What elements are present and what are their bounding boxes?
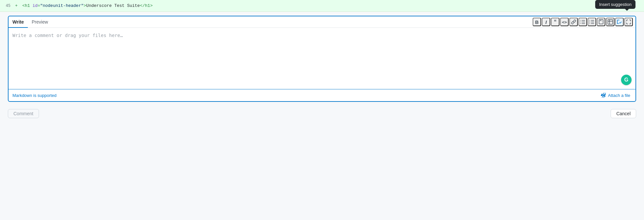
- code-tag-open: <h1 id="nodeunit-header">: [22, 3, 86, 8]
- bold-button[interactable]: B: [533, 18, 541, 26]
- toolbar-section: Insert suggestion B I “ <>: [530, 16, 635, 28]
- comment-editor: Write Preview Insert suggestion B I “ <>: [8, 16, 636, 102]
- textarea-area: G: [9, 28, 635, 89]
- fullscreen-button[interactable]: [624, 18, 633, 26]
- attach-icon: [601, 93, 606, 98]
- cancel-button[interactable]: Cancel: [611, 109, 636, 118]
- comment-button[interactable]: Comment: [8, 109, 39, 118]
- code-button[interactable]: <>: [560, 18, 569, 26]
- action-buttons-row: Comment Cancel: [0, 106, 644, 123]
- task-list-button[interactable]: [597, 18, 605, 26]
- diff-row: 45 + <h1 id="nodeunit-header">Underscore…: [0, 0, 644, 12]
- editor-bottom-bar: Markdown is supported Attach a file: [9, 89, 635, 101]
- tab-preview[interactable]: Preview: [28, 17, 52, 28]
- grammarly-badge: G: [621, 75, 632, 85]
- attach-file-button[interactable]: Attach a file: [599, 92, 632, 99]
- markdown-supported-link[interactable]: Markdown is supported: [12, 93, 56, 98]
- ordered-list-button[interactable]: [588, 18, 596, 26]
- comment-textarea[interactable]: [12, 32, 632, 84]
- editor-header: Write Preview Insert suggestion B I “ <>: [9, 16, 635, 28]
- attach-file-label: Attach a file: [608, 93, 630, 98]
- table-button[interactable]: [606, 18, 615, 26]
- code-inner-text: Underscore Test Suite: [86, 3, 140, 8]
- quote-button[interactable]: “: [551, 18, 559, 26]
- code-tag-close: </h1>: [140, 3, 153, 8]
- insert-suggestion-button[interactable]: [615, 18, 624, 26]
- tabs-section: Write Preview: [9, 16, 52, 28]
- italic-button[interactable]: I: [542, 18, 550, 26]
- line-number: 45: [0, 4, 13, 8]
- tab-write[interactable]: Write: [9, 17, 28, 28]
- diff-plus-marker: +: [13, 3, 20, 8]
- diff-code-line: <h1 id="nodeunit-header">Underscore Test…: [20, 3, 153, 8]
- link-button[interactable]: [569, 18, 578, 26]
- unordered-list-button[interactable]: [578, 18, 587, 26]
